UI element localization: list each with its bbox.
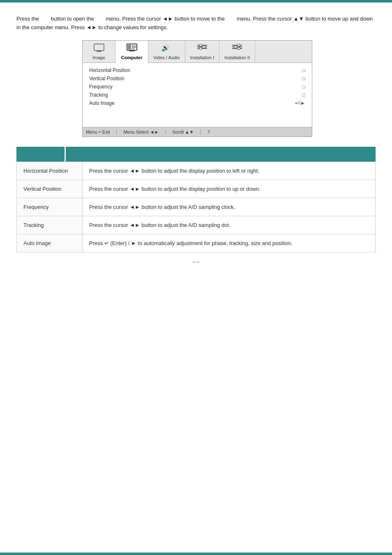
osd-row-freq: Frequency □ bbox=[89, 83, 305, 91]
osd-footer: Menu = Exit Menu Select ◄► Scroll ▲▼ ? bbox=[83, 127, 312, 136]
table-cell-desc: Press ↵ (Enter) / ► to automatically adj… bbox=[83, 234, 376, 252]
table-cell-label: Tracking bbox=[17, 216, 83, 234]
image-tab-icon bbox=[93, 43, 105, 54]
osd-value-hpos: □ bbox=[302, 67, 305, 73]
table-cell-label: Frequency bbox=[17, 198, 83, 216]
table-cell-desc: Press the cursor ◄► button to adjust the… bbox=[83, 180, 376, 198]
svg-point-22 bbox=[238, 47, 240, 50]
info-table-section: Horizontal Position Press the cursor ◄► … bbox=[16, 147, 376, 252]
svg-rect-6 bbox=[132, 47, 136, 48]
content-area: Press the button to open the menu. Press… bbox=[0, 2, 392, 285]
footer-divider-1 bbox=[116, 129, 117, 135]
osd-tab-image-label: Image bbox=[92, 55, 105, 60]
bottom-border bbox=[0, 553, 392, 555]
osd-label-autoimage: Auto Image bbox=[89, 100, 114, 106]
video-audio-tab-icon: 🔊 bbox=[161, 43, 172, 54]
osd-row-hpos: Horizontal Position □ bbox=[89, 66, 305, 74]
footer-menu-select-label: Menu Select ◄► bbox=[123, 130, 159, 134]
osd-tab-video-audio-label: Video / Audio bbox=[153, 55, 180, 60]
osd-tabs: Image Computer bbox=[83, 41, 312, 63]
svg-rect-7 bbox=[132, 48, 134, 49]
osd-tab-computer[interactable]: Computer bbox=[115, 41, 148, 63]
osd-tab-installation2-label: Installation II bbox=[224, 55, 250, 60]
osd-tab-computer-label: Computer bbox=[121, 55, 143, 60]
table-cell-label: Horizontal Position bbox=[17, 162, 83, 180]
footer-menu-exit-label: Menu = Exit bbox=[86, 130, 110, 134]
svg-rect-18 bbox=[232, 46, 242, 47]
intro-paragraph: Press the button to open the menu. Press… bbox=[16, 15, 376, 32]
table-row: Frequency Press the cursor ◄► button to … bbox=[17, 198, 376, 216]
footer-divider-3 bbox=[201, 129, 201, 135]
osd-value-freq: □ bbox=[302, 84, 305, 90]
osd-label-hpos: Horizontal Position bbox=[89, 67, 130, 73]
svg-rect-0 bbox=[94, 44, 104, 51]
table-row: Vertical Position Press the cursor ◄► bu… bbox=[17, 180, 376, 198]
osd-label-vpos: Vertical Position bbox=[89, 76, 124, 81]
osd-tab-image[interactable]: Image bbox=[83, 41, 115, 62]
osd-label-tracking: Tracking bbox=[89, 92, 108, 98]
osd-body: Horizontal Position □ Vertical Position … bbox=[83, 63, 312, 127]
table-header-col2 bbox=[66, 147, 376, 162]
table-header-col1 bbox=[16, 147, 66, 162]
osd-tab-installation2[interactable]: Installation II bbox=[219, 41, 255, 62]
table-cell-desc: Press the cursor ◄► button to adjust the… bbox=[83, 198, 376, 216]
footer-menu-select: Menu Select ◄► bbox=[123, 130, 159, 134]
svg-rect-5 bbox=[132, 46, 136, 46]
footer-scroll: Scroll ▲▼ bbox=[172, 130, 194, 134]
footer-help: ? bbox=[208, 130, 210, 134]
osd-menu: Image Computer bbox=[82, 40, 312, 137]
svg-point-21 bbox=[234, 46, 237, 48]
info-table: Horizontal Position Press the cursor ◄► … bbox=[16, 162, 376, 252]
table-cell-label: Auto Image bbox=[17, 234, 83, 252]
svg-point-16 bbox=[199, 47, 202, 50]
osd-row-autoimage: Auto Image ↵/► bbox=[89, 99, 305, 107]
osd-row-tracking: Tracking □ bbox=[89, 91, 305, 99]
osd-value-autoimage: ↵/► bbox=[295, 100, 305, 106]
table-row: Horizontal Position Press the cursor ◄► … bbox=[17, 162, 376, 180]
svg-point-20 bbox=[238, 44, 240, 46]
svg-rect-19 bbox=[232, 48, 242, 49]
table-cell-label: Vertical Position bbox=[17, 180, 83, 198]
installation2-tab-icon bbox=[231, 43, 243, 54]
osd-tab-installation1-label: Installation I bbox=[190, 55, 214, 60]
svg-point-14 bbox=[199, 44, 202, 46]
osd-value-tracking: □ bbox=[302, 92, 305, 98]
osd-value-vpos: □ bbox=[302, 76, 305, 81]
osd-tab-video-audio[interactable]: 🔊 Video / Audio bbox=[148, 41, 185, 62]
osd-tab-installation1[interactable]: Installation I bbox=[185, 41, 220, 62]
svg-rect-12 bbox=[197, 46, 207, 47]
footer-menu-exit: Menu = Exit bbox=[86, 130, 110, 134]
footer-divider-2 bbox=[165, 129, 166, 135]
footer-help-label: ? bbox=[208, 130, 210, 134]
table-cell-desc: Press the cursor ◄► button to adjust the… bbox=[83, 162, 376, 180]
osd-row-vpos: Vertical Position □ bbox=[89, 74, 305, 83]
footer-scroll-label: Scroll ▲▼ bbox=[172, 130, 194, 134]
svg-rect-11 bbox=[197, 45, 207, 46]
table-header-bar bbox=[16, 147, 376, 162]
table-row: Tracking Press the cursor ◄► button to a… bbox=[17, 216, 376, 234]
installation1-tab-icon bbox=[196, 43, 208, 54]
svg-point-15 bbox=[203, 46, 205, 48]
page-number: – – bbox=[16, 259, 376, 277]
svg-text:🔊: 🔊 bbox=[161, 44, 170, 52]
table-row: Auto Image Press ↵ (Enter) / ► to automa… bbox=[17, 234, 376, 252]
computer-tab-icon bbox=[126, 43, 138, 54]
table-cell-desc: Press the cursor ◄► button to adjust the… bbox=[83, 216, 376, 234]
svg-rect-4 bbox=[128, 45, 131, 49]
osd-label-freq: Frequency bbox=[89, 84, 113, 90]
svg-rect-17 bbox=[232, 45, 242, 46]
svg-rect-13 bbox=[197, 48, 207, 49]
